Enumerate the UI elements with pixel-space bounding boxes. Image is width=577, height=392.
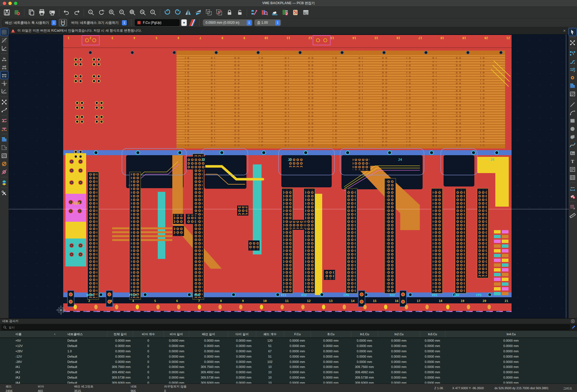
column-header-9[interactable]: F.Cu	[284, 331, 311, 337]
print-button[interactable]	[37, 8, 47, 17]
zoom-fit-button[interactable]	[127, 8, 137, 17]
interactive-drag-button[interactable]	[569, 203, 576, 211]
route-diff-pair-button[interactable]	[569, 66, 576, 73]
zone-nofill-button[interactable]	[1, 160, 8, 167]
flip-horizontal-button[interactable]	[183, 8, 193, 17]
scripting-console-button[interactable]: >_	[301, 8, 311, 17]
add-rule-area-button[interactable]	[569, 90, 576, 98]
net-table-header[interactable]: 이름∧네트클래스전체 길이비아 개수비아 길이배선 길이다이 길이패드 개수F.…	[0, 331, 577, 338]
rotate-ccw-button[interactable]	[162, 8, 172, 17]
column-header-14[interactable]: In4.Cu	[445, 331, 577, 337]
edit-pencil-icon[interactable]	[571, 325, 575, 329]
measure-tool-button[interactable]	[569, 211, 576, 219]
zoom-objects-button[interactable]	[138, 8, 148, 17]
refresh-view-button[interactable]	[96, 8, 106, 17]
draw-rectangle-button[interactable]	[569, 117, 576, 124]
column-header-10[interactable]: B.Cu	[311, 331, 351, 337]
undo-button[interactable]	[61, 8, 71, 17]
save-button[interactable]	[2, 8, 12, 17]
layer-select[interactable]: F.Cu (PgUp)	[135, 19, 180, 26]
zone-sketch-button[interactable]	[1, 152, 8, 159]
column-header-6[interactable]: 배선 길이	[189, 331, 228, 337]
column-header-12[interactable]: In2.Cu	[378, 331, 420, 337]
grid-stepper[interactable]: ▲▼	[247, 20, 251, 25]
find-button[interactable]: A	[86, 8, 96, 17]
board-setup-button[interactable]	[12, 8, 22, 17]
layer-dropdown-button[interactable]: ▼	[181, 19, 187, 26]
pcb-canvas[interactable]: 1234567891011121314151617181920212345678…	[9, 34, 569, 318]
grid-override-button[interactable]	[1, 36, 8, 44]
column-header-7[interactable]: 다이 길이	[228, 331, 256, 337]
grid-visibility-button[interactable]	[1, 28, 8, 36]
draw-line-button[interactable]	[569, 101, 576, 108]
net-table-row[interactable]: /A1Default309.7560 mm00.0000 mm309.7560 …	[0, 364, 577, 370]
sort-ascending-icon[interactable]: ∧	[54, 333, 56, 336]
highlight-nets-button[interactable]	[1, 117, 8, 124]
drc-button[interactable]	[280, 8, 290, 17]
delete-tool-button[interactable]	[569, 192, 576, 200]
minimize-window-button[interactable]	[8, 2, 12, 5]
draw-arc-button[interactable]	[569, 109, 576, 116]
net-table-row[interactable]: -28VDefault0.0000 mm00.0000 mm0.0000 mm0…	[0, 359, 577, 364]
zoom-out-button[interactable]	[117, 8, 127, 17]
preferences-button[interactable]	[1, 189, 8, 197]
add-text-button[interactable]: T	[569, 157, 576, 165]
net-table-row[interactable]: +12VDefault0.0000 mm00.0000 mm0.0000 mm0…	[0, 343, 577, 349]
group-button[interactable]	[204, 8, 214, 17]
net-filter-input[interactable]	[2, 325, 570, 330]
grid-select[interactable]: 0.0500 mm (0.0020 in) ▲▼	[203, 19, 253, 26]
close-window-button[interactable]	[3, 2, 6, 5]
layer-dim-button[interactable]	[1, 179, 8, 186]
ratsnest-hide-button[interactable]	[1, 98, 8, 106]
footprint-library-button[interactable]	[259, 8, 269, 17]
track-posture-button[interactable]	[59, 19, 67, 26]
plot-button[interactable]	[47, 8, 57, 17]
net-table-row[interactable]: +5VDefault0.0000 mm00.0000 mm0.0000 mm0.…	[0, 338, 577, 343]
net-inspector-close-icon[interactable]	[571, 319, 575, 323]
add-via-button[interactable]	[569, 74, 576, 81]
zoom-select[interactable]: 줌 1.00 ▲▼	[254, 19, 281, 26]
polar-coords-button[interactable]	[1, 44, 8, 52]
units-mil-button[interactable]: mil	[1, 63, 8, 71]
column-header-8[interactable]: 패드 개수	[256, 331, 284, 337]
net-table-row[interactable]: -12VDefault0.0000 mm00.0000 mm0.0000 mm0…	[0, 354, 577, 359]
ungroup-button[interactable]	[214, 8, 224, 17]
add-dimension-button[interactable]	[569, 184, 576, 192]
column-header-5[interactable]: 비아 길이	[164, 331, 189, 337]
cleanup-tracks-button[interactable]	[270, 8, 280, 17]
zone-fill-button[interactable]	[1, 136, 8, 143]
flip-vertical-button[interactable]	[193, 8, 203, 17]
via-display-button[interactable]	[1, 168, 8, 176]
units-mm-button[interactable]: mm	[1, 71, 8, 79]
column-header-13[interactable]: In3.Cu	[420, 331, 445, 337]
units-in-button[interactable]: in	[1, 55, 8, 63]
page-settings-button[interactable]	[26, 8, 36, 17]
via-size-stepper[interactable]: ▲▼	[122, 20, 127, 25]
column-header-11[interactable]: In1.Cu	[351, 331, 378, 337]
add-table-button[interactable]	[569, 174, 576, 181]
net-color-mode-button[interactable]	[1, 125, 8, 133]
layer-presets-icon[interactable]	[189, 19, 196, 26]
lock-button[interactable]	[224, 8, 234, 17]
footprint-checker-button[interactable]	[290, 8, 300, 17]
zoom-in-button[interactable]	[107, 8, 117, 17]
warning-close-icon[interactable]: ✕	[563, 29, 566, 33]
ratsnest-curved-button[interactable]	[1, 106, 8, 114]
zone-outline-button[interactable]	[1, 144, 8, 151]
column-header-2[interactable]: 네트클래스	[57, 331, 107, 337]
route-tracks-button[interactable]	[569, 49, 576, 57]
column-header-3[interactable]: 전체 길이	[107, 331, 133, 337]
net-table-row[interactable]: /A2Default309.4992 mm00.0000 mm309.4992 …	[0, 370, 577, 375]
cursor-shape-button[interactable]	[1, 79, 8, 87]
zoom-window-button[interactable]	[14, 2, 17, 5]
track-via-properties-button[interactable]	[249, 8, 259, 17]
net-table-row[interactable]: /A4Default309.6069 mm00.0000 mm309.6069 …	[0, 380, 577, 384]
track-width-stepper[interactable]: ▲▼	[51, 20, 56, 25]
zoom-stepper[interactable]: ▲▼	[275, 20, 280, 25]
cursor-full-window-button[interactable]	[1, 88, 8, 95]
route-single-track-button[interactable]	[569, 58, 576, 65]
local-ratsnest-button[interactable]	[569, 39, 576, 46]
redo-button[interactable]	[72, 8, 82, 17]
add-zone-button[interactable]	[569, 82, 576, 89]
draw-circle-button[interactable]	[569, 125, 576, 133]
